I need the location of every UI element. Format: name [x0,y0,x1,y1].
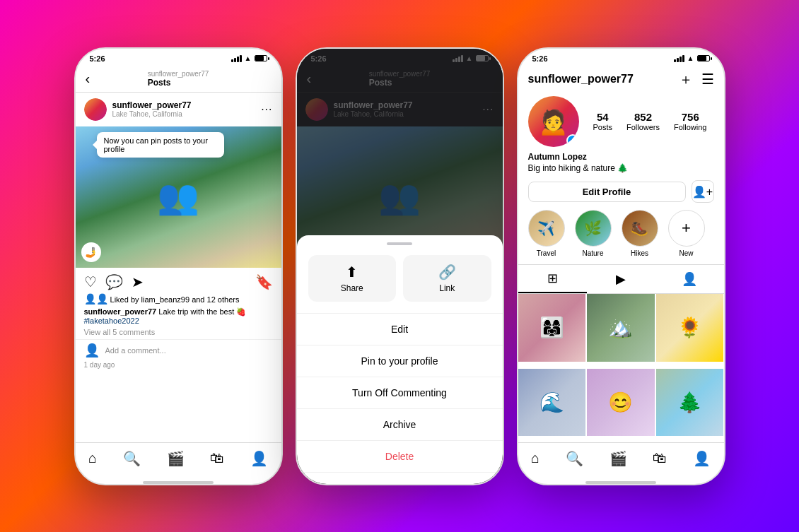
highlight-label-new: New [679,249,693,257]
bio-text: Big into hiking & nature 🌲 [528,163,629,173]
tooltip-box: Now you can pin posts to your profile [97,132,224,158]
edit-profile-button[interactable]: Edit Profile [528,182,686,202]
photo-1: 👩‍👩‍👧 [518,294,586,362]
more-button-1[interactable]: ··· [261,103,272,116]
share-button[interactable]: ⬆ Share [308,255,397,302]
share-icon[interactable]: ➤ [132,273,144,290]
link-icon: 🔗 [438,264,456,280]
highlight-label-hikes: Hikes [631,249,648,257]
reels-nav-icon[interactable]: 🎬 [167,450,185,467]
menu-icon[interactable]: ☰ [701,71,714,88]
home-nav-icon-3[interactable]: ⌂ [531,450,540,466]
shop-nav-icon-3[interactable]: 🛍 [653,450,667,466]
tab-tagged[interactable]: 👤 [655,265,724,293]
tooltip-text: Now you can pin posts to your profile [104,136,208,153]
search-nav-icon-3[interactable]: 🔍 [566,450,583,467]
following-count: 756 [674,111,706,123]
status-time-1: 5:26 [90,54,105,63]
highlight-travel[interactable]: ✈️ Travel [528,210,565,257]
caption-username[interactable]: sunflower_power77 [84,307,157,316]
profile-avatar: 🙍 + [528,96,579,147]
comment-icon[interactable]: 💬 [105,273,123,290]
bottom-nav-1: ⌂ 🔍 🎬 🛍 👤 [76,442,281,478]
avatar-face: 🙍 [537,109,569,134]
photo-cell-1[interactable]: 👩‍👩‍👧 [518,294,586,362]
link-label: Link [439,283,455,293]
travel-icon: ✈️ [537,220,555,237]
profile-header-row: sunflower_power77 ＋ ☰ [518,66,724,89]
post-user-info-1: sunflower_power77 Lake Tahoe, California [112,100,256,118]
navbar-1: ‹ sunflower_power77 Posts [76,66,281,93]
reels-nav-icon-3[interactable]: 🎬 [610,450,627,467]
search-nav-icon[interactable]: 🔍 [123,450,141,467]
profile-top: 🙍 + 54 Posts 852 Followers 756 Following [518,89,724,151]
highlight-nature[interactable]: 🌿 Nature [575,210,612,257]
posts-stat: 54 Posts [593,111,612,131]
profile-plus-button[interactable]: + [566,134,579,147]
navbar-title-1: Posts [148,78,209,88]
add-comment-placeholder[interactable]: Add a comment... [105,346,166,355]
phone-1: 5:26 ▲ ‹ sunflower_power77 Posts sunflow… [74,47,283,485]
highlight-circle-hikes: 🥾 [622,210,658,247]
battery-icon [255,55,267,61]
caption-1: sunflower_power77 Lake trip with the bes… [76,307,281,328]
highlight-circle-nature: 🌿 [575,210,612,247]
phone-2: 5:26 ▲ ‹ sunflower_power77 Posts sunflow… [296,47,504,485]
shop-nav-icon[interactable]: 🛍 [210,450,224,466]
sheet-quick-actions: ⬆ Share 🔗 Link [297,255,503,314]
status-icons-3: ▲ [674,54,710,62]
caption-text: Lake trip with the best 🍓 [158,307,246,316]
home-nav-icon[interactable]: ⌂ [88,450,97,466]
link-button[interactable]: 🔗 Link [403,255,491,302]
photo-6: 🌲 [656,369,724,437]
followers-stat[interactable]: 852 Followers [626,111,660,131]
pin-menu-item[interactable]: Pin to your profile [297,345,503,377]
profile-edit-row: Edit Profile 👤+ [518,180,724,210]
profile-nav-icon-3[interactable]: 👤 [693,450,711,467]
new-post-icon[interactable]: ＋ [679,70,693,89]
phone-3: 5:26 ▲ sunflower_power77 ＋ ☰ 🙍 + 54 [517,47,725,485]
highlight-new[interactable]: + New [668,210,705,257]
post-username-1[interactable]: sunflower_power77 [112,100,256,110]
tab-grid[interactable]: ⊞ [518,265,587,293]
followers-count: 852 [626,111,660,123]
home-indicator-1 [143,481,214,484]
hashtag[interactable]: #laketahoe2022 [84,317,139,325]
like-icon[interactable]: ♡ [84,273,97,290]
share-label: Share [341,283,363,293]
photo-2: 🏔️ [587,294,655,362]
following-label: Following [674,123,706,131]
photo-cell-3[interactable]: 🌻 [656,294,724,362]
profile-nav-icon[interactable]: 👤 [250,450,268,467]
liked-by: 👤👤 Liked by liam_beanz99 and 12 others [76,293,281,307]
tab-reels[interactable]: ▶ [587,265,655,293]
following-stat[interactable]: 756 Following [674,111,706,131]
add-person-icon: 👤+ [692,185,713,199]
archive-menu-item[interactable]: Archive [297,409,503,441]
photo-cell-6[interactable]: 🌲 [656,369,724,437]
photo-cell-4[interactable]: 🌊 [518,369,586,437]
delete-menu-item[interactable]: Delete [297,441,503,473]
highlight-label-travel: Travel [537,249,556,257]
posts-count: 54 [593,111,612,123]
camera-icon: 🤳 [81,242,101,262]
commenting-menu-item[interactable]: Turn Off Commenting [297,377,503,409]
avatar-1 [84,98,107,121]
photo-cell-2[interactable]: 🏔️ [587,294,655,362]
highlight-circle-new: + [668,210,705,247]
photo-grid: 👩‍👩‍👧 🏔️ 🌻 🌊 😊 🌲 [518,294,724,442]
profile-stats: 54 Posts 852 Followers 756 Following [586,111,714,131]
edit-menu-item[interactable]: Edit [297,314,503,345]
bookmark-icon[interactable]: 🔖 [255,273,273,290]
new-highlight-icon: + [682,219,691,237]
back-button-1[interactable]: ‹ [86,71,91,87]
hikes-icon: 🥾 [631,220,648,237]
add-person-button[interactable]: 👤+ [692,180,714,203]
navbar-username-1: sunflower_power77 [148,70,209,78]
highlights-row: ✈️ Travel 🌿 Nature 🥾 Hikes + New [518,210,724,264]
share-sheet: ⬆ Share 🔗 Link Edit Pin to your profile … [297,235,503,484]
photo-cell-5[interactable]: 😊 [587,369,655,437]
status-time-3: 5:26 [532,54,548,63]
highlight-hikes[interactable]: 🥾 Hikes [622,210,658,257]
view-comments[interactable]: View all 5 comments [76,328,281,339]
